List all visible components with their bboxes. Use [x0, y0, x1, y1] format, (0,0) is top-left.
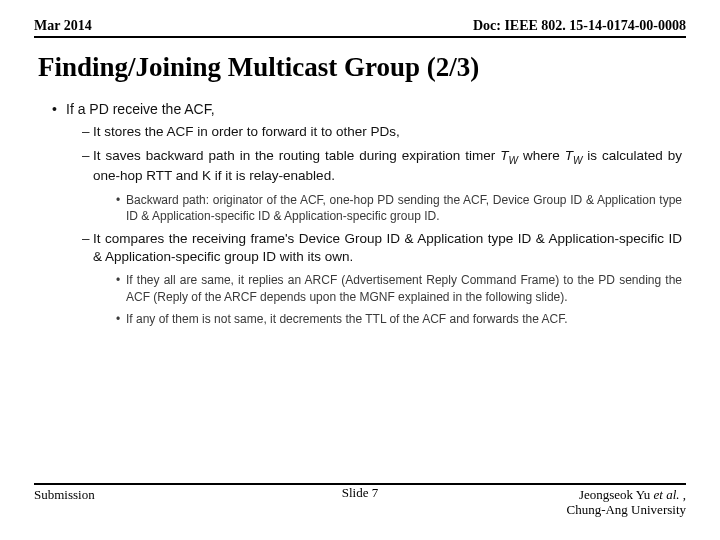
dot-marker: • [116, 192, 126, 208]
bullet-level2: –It saves backward path in the routing t… [82, 147, 682, 185]
variable-tw-sub: W [508, 155, 517, 166]
bullet-level3: •If they all are same, it replies an ARC… [116, 272, 682, 304]
dot-marker: • [116, 311, 126, 327]
bullet-level3: •If any of them is not same, it decremen… [116, 311, 682, 327]
dot-marker: • [116, 272, 126, 288]
header-date: Mar 2014 [34, 18, 92, 34]
bullet-text: If they all are same, it replies an ARCF… [126, 273, 682, 303]
variable-tw: T [565, 148, 573, 163]
dash-marker: – [82, 230, 93, 248]
bullet-level3: •Backward path: originator of the ACF, o… [116, 192, 682, 224]
bullet-level2: –It compares the receiving frame's Devic… [82, 230, 682, 266]
slide-title: Finding/Joining Multicast Group (2/3) [34, 52, 686, 83]
footer-slide-number: Slide 7 [34, 485, 686, 501]
bullet-text: It saves backward path in the routing ta… [93, 148, 500, 163]
bullet-text: If a PD receive the ACF, [66, 101, 215, 117]
variable-tw-sub: W [573, 155, 582, 166]
dash-marker: – [82, 123, 93, 141]
slide-body: •If a PD receive the ACF, –It stores the… [34, 101, 686, 327]
bullet-level1: •If a PD receive the ACF, [52, 101, 682, 117]
author-affiliation: Chung-Ang University [566, 502, 686, 517]
slide-page: Mar 2014 Doc: IEEE 802. 15-14-0174-00-00… [0, 0, 720, 540]
bullet-text: It stores the ACF in order to forward it… [93, 124, 400, 139]
bullet-marker: • [52, 101, 66, 117]
bullet-text: Backward path: originator of the ACF, on… [126, 193, 682, 223]
bullet-text: where [518, 148, 565, 163]
footer-bar: Submission Slide 7 Jeongseok Yu et al. ,… [34, 483, 686, 518]
bullet-text: If any of them is not same, it decrement… [126, 312, 568, 326]
dash-marker: – [82, 147, 93, 165]
bullet-text: It compares the receiving frame's Device… [93, 231, 682, 264]
bullet-level2: –It stores the ACF in order to forward i… [82, 123, 682, 141]
header-doc-number: Doc: IEEE 802. 15-14-0174-00-0008 [473, 18, 686, 34]
header-bar: Mar 2014 Doc: IEEE 802. 15-14-0174-00-00… [34, 18, 686, 38]
